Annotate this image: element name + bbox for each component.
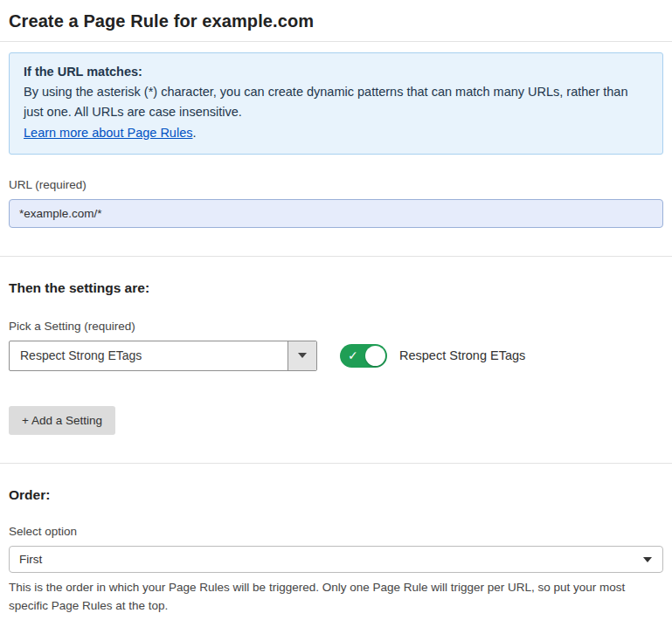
setting-row: Respect Strong ETags ✓ Respect Strong ET…	[9, 341, 663, 371]
check-icon: ✓	[348, 348, 358, 363]
chevron-down-icon	[643, 557, 652, 562]
url-label: URL (required)	[9, 178, 663, 191]
order-select-label: Select option	[9, 525, 663, 538]
order-help-text: This is the order in which your Page Rul…	[9, 579, 660, 616]
respect-strong-etags-toggle[interactable]: ✓	[340, 344, 387, 368]
pick-setting-label: Pick a Setting (required)	[9, 320, 663, 333]
chevron-down-icon	[298, 353, 307, 358]
divider	[0, 463, 672, 464]
toggle-knob	[365, 346, 385, 366]
link-suffix: .	[192, 126, 196, 140]
setting-select[interactable]: Respect Strong ETags	[9, 341, 317, 371]
add-setting-button[interactable]: + Add a Setting	[9, 406, 115, 435]
url-section: URL (required)	[9, 178, 663, 228]
info-box-heading: If the URL matches:	[24, 62, 648, 82]
order-select[interactable]: First	[9, 546, 663, 573]
toggle-label: Respect Strong ETags	[399, 348, 525, 362]
url-input[interactable]	[9, 199, 663, 228]
order-section-heading: Order:	[9, 487, 663, 503]
page-title: Create a Page Rule for example.com	[0, 0, 672, 41]
order-select-value: First	[19, 553, 42, 566]
divider	[0, 41, 672, 42]
divider	[0, 256, 672, 257]
url-matches-info-box: If the URL matches: By using the asteris…	[9, 52, 663, 155]
setting-select-value: Respect Strong ETags	[10, 341, 288, 370]
info-box-link-line: Learn more about Page Rules.	[24, 123, 648, 143]
create-page-rule-page: Create a Page Rule for example.com If th…	[0, 0, 672, 627]
info-box-body: By using the asterisk (*) character, you…	[24, 82, 648, 122]
setting-select-dropdown-button[interactable]	[288, 341, 316, 370]
learn-more-link[interactable]: Learn more about Page Rules	[24, 126, 192, 140]
settings-section-heading: Then the settings are:	[9, 280, 663, 296]
